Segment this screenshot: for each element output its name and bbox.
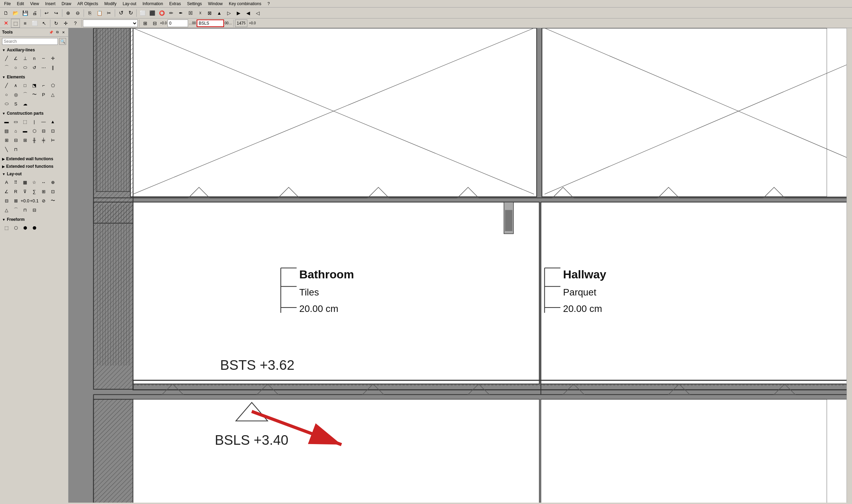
tool-line[interactable]: ╱	[2, 81, 11, 90]
tool-freeform3[interactable]: ⬢	[21, 223, 29, 232]
section-auxiliary-lines-header[interactable]: ▼ Auxiliary-lines	[0, 47, 68, 53]
rotate-btn[interactable]: ↻	[52, 19, 61, 28]
menu-draw[interactable]: Draw	[59, 1, 74, 7]
tool-lo-extra7[interactable]: +0.1	[30, 196, 39, 205]
redo-btn[interactable]: ↻	[126, 9, 135, 17]
tool-lo-extra10[interactable]: △	[2, 205, 11, 214]
save-button[interactable]: 💾	[21, 9, 29, 17]
section-lay-out-header[interactable]: ▼ Lay-out	[0, 171, 68, 177]
tb-extra10[interactable]: ▷	[224, 9, 233, 17]
tool-beam[interactable]: —	[39, 117, 48, 126]
select-btn[interactable]: ⬚	[11, 19, 20, 28]
zoom-in-btn[interactable]: ⊕	[64, 9, 73, 17]
tool-lo-extra8[interactable]: ⊘	[39, 196, 48, 205]
tb-extra3[interactable]: ⭕	[157, 9, 166, 17]
tool-freeform4[interactable]: ⬣	[30, 223, 39, 232]
tool-pentagon[interactable]: ⬠	[48, 81, 57, 90]
menu-file[interactable]: File	[1, 1, 13, 7]
tool-lo-extra5[interactable]: ⊠	[11, 196, 20, 205]
menu-window[interactable]: Window	[205, 1, 225, 7]
tool-arc-aux[interactable]: ⌒	[2, 63, 11, 72]
tool-lo-extra2[interactable]: ⊞	[39, 187, 48, 196]
print-button[interactable]: 🖨	[30, 9, 39, 17]
tool-lo-extra3[interactable]: ⊡	[48, 187, 57, 196]
undo-preview[interactable]: ↩	[42, 9, 51, 17]
tool-cp-extra6[interactable]: ╲	[2, 145, 11, 154]
tool-pattern[interactable]: ▦	[21, 178, 29, 187]
tool-text-A[interactable]: A	[2, 178, 11, 187]
help-cursor-btn[interactable]: ?	[71, 19, 80, 28]
tool-lo-extra9[interactable]: 〜	[48, 196, 57, 205]
tool-l-shape[interactable]: ⌐	[39, 81, 48, 90]
close-active-btn[interactable]: ✕	[1, 19, 10, 28]
tool-door[interactable]: ⊡	[48, 126, 57, 135]
tb-extra11[interactable]: ▶	[234, 9, 243, 17]
menu-settings[interactable]: Settings	[184, 1, 205, 7]
tool-dotted[interactable]: ⋯	[39, 63, 48, 72]
tool-rotate-arc[interactable]: ↺	[30, 63, 39, 72]
cursor-btn[interactable]: ↖	[40, 19, 49, 28]
place-text2-btn[interactable]: ⊟	[150, 19, 159, 28]
tool-floor-pitched[interactable]: ⌂	[11, 126, 20, 135]
copy-btn[interactable]: ⎘	[85, 9, 94, 17]
snap-btn[interactable]: ✛	[61, 19, 70, 28]
bsls-input[interactable]: BSLS	[197, 20, 224, 27]
tool-rectangle[interactable]: □	[21, 81, 29, 90]
font-selector[interactable]: Arial 2.0 empty	[83, 20, 138, 27]
coord-input[interactable]: 0	[168, 20, 188, 27]
tool-stair[interactable]: ▤	[2, 126, 11, 135]
paste-btn[interactable]: 📋	[95, 9, 104, 17]
tool-hatch[interactable]: ⠿	[11, 178, 20, 187]
menu-extras[interactable]: Extras	[166, 1, 184, 7]
tool-polyline[interactable]: ∧	[11, 81, 20, 90]
tool-node[interactable]: n	[30, 54, 39, 63]
tb-extra7[interactable]: ☓	[196, 9, 205, 17]
panel-float-btn[interactable]: ⧉	[54, 29, 60, 35]
tool-circle-aux[interactable]: ○	[11, 63, 20, 72]
tool-dim-linear[interactable]: ↔	[39, 178, 48, 187]
place-text-btn[interactable]: ⊞	[141, 19, 150, 28]
tb-extra13[interactable]: ◁	[253, 9, 262, 17]
tool-diagonal-line[interactable]: ╱	[2, 54, 11, 63]
tool-roof-hip[interactable]: ⬡	[30, 126, 39, 135]
tool-circle2[interactable]: ◎	[11, 90, 20, 99]
menu-view[interactable]: View	[27, 1, 42, 7]
tool-dim-radius[interactable]: R	[11, 187, 20, 196]
tool-lo-extra12[interactable]: ⊓	[21, 205, 29, 214]
canvas-area[interactable]: Bathroom Tiles 20.00 cm Hallway Parquet …	[69, 28, 847, 503]
tool-cp-extra1[interactable]: ⊟	[11, 136, 20, 144]
tool-dim-angle[interactable]: ∠	[2, 187, 11, 196]
section-construction-parts-header[interactable]: ▼ Construction parts	[0, 110, 68, 116]
menu-key-combinations[interactable]: Key combinations	[226, 1, 264, 7]
tool-text-el[interactable]: P	[39, 90, 48, 99]
tool-rect-diagonal[interactable]: ⬔	[30, 81, 39, 90]
tool-arc[interactable]: ⌒	[21, 90, 29, 99]
open-button[interactable]: 📂	[11, 9, 20, 17]
tool-cross[interactable]: ✛	[48, 54, 57, 63]
tool-roof-flat[interactable]: ▬	[21, 126, 29, 135]
tool-parallel[interactable]: ∥	[48, 63, 57, 72]
menu-insert[interactable]: Insert	[42, 1, 58, 7]
tool-spline[interactable]: 〜	[30, 90, 39, 99]
angle-btn[interactable]: +0.0	[248, 19, 257, 28]
tool-lo-extra6[interactable]: +0.0	[21, 196, 29, 205]
tool-dim-level[interactable]: ⊽	[21, 187, 29, 196]
menu-help[interactable]: ?	[265, 1, 273, 7]
tb-extra4[interactable]: ✏	[167, 9, 176, 17]
section-freeform-header[interactable]: ▼ Freeform	[0, 216, 68, 223]
undo-btn[interactable]: ↺	[116, 9, 125, 17]
tool-wall-diag[interactable]: ⬚	[21, 117, 29, 126]
tool-angle-line[interactable]: ∠	[11, 54, 20, 63]
panel-pin-btn[interactable]: 📌	[48, 29, 54, 35]
section-extended-roof-header[interactable]: ▶ Extended roof functions	[0, 163, 68, 169]
redo-preview[interactable]: ↪	[52, 9, 61, 17]
tool-lo-extra1[interactable]: ∑	[30, 187, 39, 196]
new-button[interactable]: 🗋	[1, 9, 10, 17]
tool-column[interactable]: |	[30, 117, 39, 126]
tool-ellipse-el[interactable]: ⬭	[2, 99, 11, 108]
zoom-out-btn[interactable]: ⊖	[73, 9, 82, 17]
tool-ellipse-aux[interactable]: ⬭	[21, 63, 29, 72]
tb-extra1[interactable]: ⬜	[138, 9, 147, 17]
tool-floor-ramp[interactable]: ▲	[48, 117, 57, 126]
tool-wall-double[interactable]: ▭	[11, 117, 20, 126]
